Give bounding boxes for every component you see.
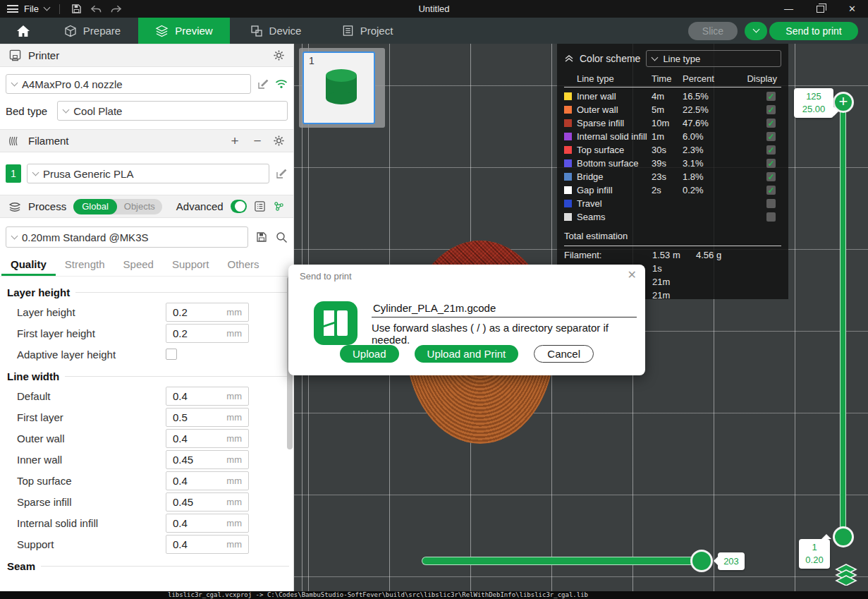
display-checkbox[interactable]: ✓ bbox=[766, 119, 776, 128]
line-type-row: Top surface30s2.3%✓ bbox=[564, 143, 781, 157]
menu-icon[interactable] bbox=[7, 5, 18, 13]
bed-type-select[interactable]: Cool Plate bbox=[57, 101, 288, 121]
param-input[interactable]: 0.2mm bbox=[166, 324, 249, 343]
file-menu[interactable]: File bbox=[24, 4, 39, 14]
plate-thumbnail[interactable]: 1 bbox=[302, 52, 375, 124]
view-mode-select[interactable]: Line type bbox=[646, 50, 781, 67]
display-checkbox[interactable]: ✓ bbox=[766, 186, 776, 195]
layer-slider-bottom-handle[interactable] bbox=[833, 526, 854, 547]
save-preset-icon[interactable] bbox=[255, 231, 268, 243]
line-type-label: Bottom surface bbox=[577, 158, 652, 169]
tab-prepare[interactable]: Prepare bbox=[47, 18, 138, 44]
remove-filament-button[interactable]: − bbox=[250, 133, 265, 149]
display-checkbox[interactable]: ✓ bbox=[766, 105, 776, 114]
display-checkbox[interactable]: ✓ bbox=[766, 172, 776, 181]
advanced-label: Advanced bbox=[176, 200, 224, 212]
total-value-2: 4.56 g bbox=[696, 250, 781, 260]
wifi-icon[interactable] bbox=[275, 78, 288, 90]
param-row: Support0.4mm bbox=[0, 533, 293, 555]
project-icon bbox=[342, 25, 354, 37]
display-checkbox[interactable]: ✓ bbox=[766, 159, 776, 168]
section-title: Seam bbox=[0, 555, 293, 575]
param-input[interactable]: 0.4mm bbox=[166, 471, 249, 490]
tab-preview[interactable]: Preview bbox=[138, 18, 230, 44]
home-button[interactable] bbox=[0, 18, 47, 44]
line-type-swatch bbox=[564, 133, 572, 140]
process-tab-quality[interactable]: Quality bbox=[1, 258, 56, 276]
process-tab-strength[interactable]: Strength bbox=[56, 258, 114, 276]
param-input[interactable]: 0.5mm bbox=[166, 408, 249, 427]
section-title: Layer height bbox=[0, 281, 293, 301]
send-to-print-button[interactable]: Send to print bbox=[769, 22, 858, 40]
printer-preset-select[interactable]: A4MaxPro 0.4 nozzle bbox=[6, 74, 251, 94]
save-icon[interactable] bbox=[70, 3, 84, 16]
param-input[interactable]: 0.45mm bbox=[166, 450, 249, 469]
param-input[interactable]: 0.4mm bbox=[166, 429, 249, 448]
filament-settings-gear-icon[interactable] bbox=[272, 135, 285, 147]
display-checkbox[interactable]: ✓ bbox=[766, 132, 776, 141]
undo-icon[interactable] bbox=[90, 3, 104, 16]
global-objects-toggle[interactable]: Global Objects bbox=[73, 199, 162, 214]
edit-filament-icon[interactable] bbox=[275, 167, 288, 180]
filament-preset-select[interactable]: Prusa Generic PLA bbox=[27, 164, 269, 183]
cancel-button[interactable]: Cancel bbox=[534, 345, 594, 363]
line-type-time: 5m bbox=[652, 104, 683, 115]
redo-icon[interactable] bbox=[109, 3, 123, 16]
advanced-toggle[interactable] bbox=[231, 200, 247, 213]
move-slider-tooltip: 203 bbox=[718, 552, 745, 570]
chevron-down-icon[interactable] bbox=[44, 4, 51, 11]
display-checkbox[interactable] bbox=[766, 212, 776, 222]
objects-option[interactable]: Objects bbox=[117, 201, 162, 212]
search-icon[interactable] bbox=[275, 231, 288, 243]
process-preset-select[interactable]: 0.20mm Standard @MK3S bbox=[6, 226, 248, 248]
line-type-percent: 16.5% bbox=[683, 91, 743, 102]
add-filament-button[interactable]: + bbox=[227, 133, 243, 149]
line-type-label: Top surface bbox=[577, 145, 652, 155]
plus-icon: + bbox=[839, 94, 848, 109]
maximize-button[interactable] bbox=[805, 0, 836, 18]
param-input[interactable]: 0.45mm bbox=[166, 492, 249, 512]
collapse-panel-icon[interactable] bbox=[564, 54, 574, 63]
slice-button[interactable]: Slice bbox=[688, 22, 738, 40]
process-tab-speed[interactable]: Speed bbox=[114, 258, 163, 276]
tab-device[interactable]: Device bbox=[230, 18, 322, 44]
display-checkbox[interactable]: ✓ bbox=[766, 145, 776, 155]
printer-settings-gear-icon[interactable] bbox=[272, 49, 285, 62]
close-button[interactable]: ✕ bbox=[836, 0, 868, 18]
line-type-row: Bridge23s1.8%✓ bbox=[564, 170, 781, 183]
layer-slider-track[interactable] bbox=[840, 102, 846, 538]
param-label: Support bbox=[17, 538, 166, 550]
param-row: Sparse infill0.45mm bbox=[0, 491, 293, 512]
send-options-button[interactable] bbox=[745, 22, 767, 40]
line-type-percent: 1.8% bbox=[683, 171, 743, 182]
filename-input[interactable] bbox=[372, 298, 637, 317]
line-type-rows: Inner wall4m16.5%✓Outer wall5m22.5%✓Spar… bbox=[564, 90, 781, 224]
line-type-swatch bbox=[564, 92, 572, 100]
global-option[interactable]: Global bbox=[73, 199, 117, 214]
display-checkbox[interactable] bbox=[766, 199, 776, 208]
line-type-percent: 3.1% bbox=[683, 158, 743, 169]
param-input[interactable]: 0.4mm bbox=[166, 535, 249, 554]
param-input[interactable]: 0.4mm bbox=[166, 514, 249, 533]
process-tab-others[interactable]: Others bbox=[219, 258, 269, 276]
display-checkbox[interactable]: ✓ bbox=[766, 92, 776, 101]
tab-project[interactable]: Project bbox=[322, 18, 413, 44]
move-slider-track[interactable] bbox=[422, 557, 704, 565]
param-label: Default bbox=[17, 390, 166, 402]
move-slider-handle[interactable] bbox=[690, 550, 713, 572]
process-tab-support[interactable]: Support bbox=[163, 258, 219, 276]
param-row: Inner wall0.45mm bbox=[0, 449, 293, 470]
param-checkbox[interactable] bbox=[166, 349, 177, 360]
param-sections: Layer heightLayer height0.2mmFirst layer… bbox=[0, 277, 293, 575]
parameter-list-icon[interactable] bbox=[254, 200, 266, 213]
calibration-icon[interactable] bbox=[273, 200, 285, 213]
upload-button[interactable]: Upload bbox=[340, 345, 399, 363]
edit-printer-icon[interactable] bbox=[257, 78, 269, 90]
layers-view-button[interactable] bbox=[833, 561, 860, 588]
upload-and-print-button[interactable]: Upload and Print bbox=[415, 345, 519, 363]
param-input[interactable]: 0.4mm bbox=[166, 387, 249, 406]
param-input[interactable]: 0.2mm bbox=[166, 303, 249, 322]
minimize-button[interactable]: — bbox=[773, 0, 805, 18]
line-type-time: 30s bbox=[652, 145, 683, 155]
dialog-close-icon[interactable]: ✕ bbox=[628, 268, 637, 282]
